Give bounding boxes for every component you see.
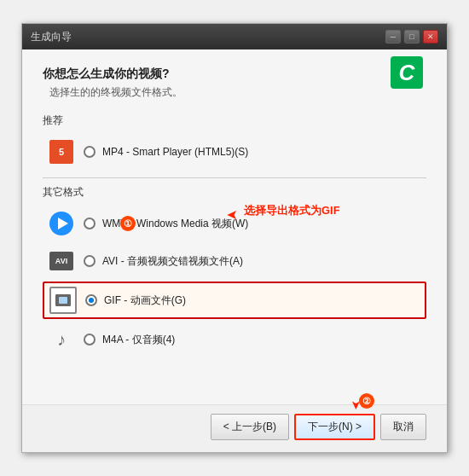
recommended-label: 推荐 bbox=[43, 113, 426, 128]
m4a-icon: ♪ bbox=[49, 328, 73, 351]
app-logo: C bbox=[391, 56, 423, 89]
m4a-label: M4A - 仅音频(4) bbox=[102, 333, 175, 347]
avi-icon: AVI bbox=[49, 252, 73, 270]
sub-text: 选择生的的终视频文件格式。 bbox=[49, 85, 426, 100]
gif-film-icon bbox=[55, 294, 71, 306]
next-button[interactable]: 下一步(N) > bbox=[294, 414, 375, 440]
minimize-button[interactable]: ─ bbox=[385, 30, 401, 44]
footer-area: ② ➤ < 上一步(B) 下一步(N) > 取消 bbox=[22, 404, 447, 452]
recommended-group: 5 MP4 - Smart Player (HTML5)(S) bbox=[43, 135, 426, 169]
wmv-icon bbox=[49, 212, 73, 235]
window-controls: ─ □ ✕ bbox=[385, 30, 438, 44]
gif-icon-box bbox=[49, 287, 77, 314]
gif-radio[interactable] bbox=[85, 294, 97, 306]
main-question: 你想怎么生成你的视频? bbox=[43, 67, 426, 82]
format-avi[interactable]: AVI AVI - 音频视频交错视频文件(A) bbox=[43, 244, 426, 278]
music-note-icon: ♪ bbox=[57, 331, 66, 348]
close-button[interactable]: ✕ bbox=[423, 30, 438, 44]
gif-icon bbox=[49, 287, 77, 314]
m4a-icon-box: ♪ bbox=[48, 326, 75, 353]
avi-radio[interactable] bbox=[84, 255, 96, 267]
format-mp4[interactable]: 5 MP4 - Smart Player (HTML5)(S) bbox=[43, 135, 426, 169]
wmv-icon-box bbox=[48, 210, 75, 237]
other-group: WMV - Windows Media 视频(W) AVI AVI - 音频视频… bbox=[43, 206, 426, 357]
format-gif[interactable]: GIF - 动画文件(G) bbox=[43, 282, 426, 319]
wmv-label: WMV - Windows Media 视频(W) bbox=[102, 217, 248, 231]
header-section: 你想怎么生成你的视频? 选择生的的终视频文件格式。 bbox=[43, 67, 426, 100]
window-title: 生成向导 bbox=[31, 30, 72, 44]
format-m4a[interactable]: ♪ M4A - 仅音频(4) bbox=[43, 322, 426, 357]
logo-icon: C bbox=[391, 56, 423, 89]
html5-icon: 5 bbox=[49, 140, 73, 164]
annotation-area bbox=[43, 365, 426, 391]
mp4-label: MP4 - Smart Player (HTML5)(S) bbox=[102, 146, 248, 158]
html5-icon-box: 5 bbox=[48, 138, 75, 165]
gif-label: GIF - 动画文件(G) bbox=[104, 293, 186, 308]
format-wmv[interactable]: WMV - Windows Media 视频(W) bbox=[43, 206, 426, 241]
wmv-radio[interactable] bbox=[84, 218, 96, 229]
maximize-button[interactable]: □ bbox=[404, 30, 420, 44]
prev-button[interactable]: < 上一步(B) bbox=[211, 414, 289, 440]
m4a-radio[interactable] bbox=[84, 334, 96, 345]
avi-icon-box: AVI bbox=[48, 247, 75, 275]
mp4-radio[interactable] bbox=[84, 146, 96, 158]
other-label: 其它格式 bbox=[43, 185, 426, 200]
content-area: 你想怎么生成你的视频? 选择生的的终视频文件格式。 推荐 5 MP4 - Sma… bbox=[22, 49, 447, 404]
cancel-button[interactable]: 取消 bbox=[380, 414, 426, 440]
title-bar: 生成向导 ─ □ ✕ bbox=[22, 24, 447, 49]
divider bbox=[43, 177, 426, 178]
avi-label: AVI - 音频视频交错视频文件(A) bbox=[102, 254, 243, 269]
